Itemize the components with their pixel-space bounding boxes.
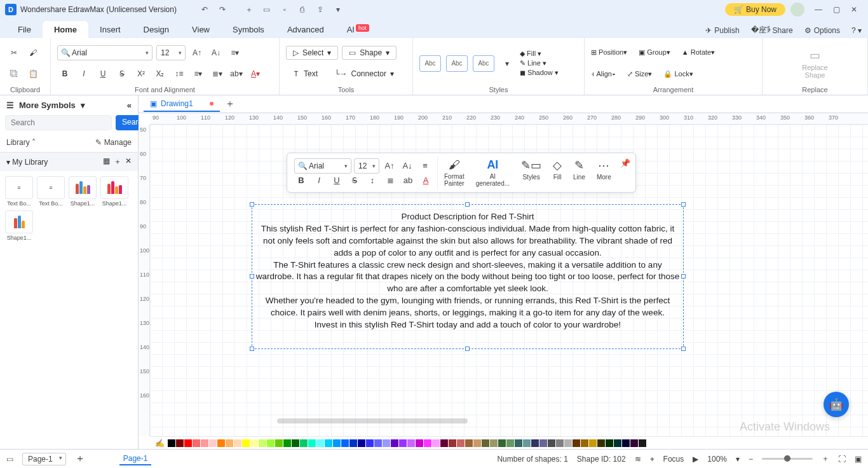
color-swatch[interactable] [292,439,299,447]
color-swatch[interactable] [440,439,448,447]
fit-page-icon[interactable]: ⛶ [838,455,846,464]
color-swatch[interactable] [449,439,456,447]
color-swatch[interactable] [283,439,291,447]
document-tab[interactable]: ▣ Drawing1 [144,97,220,112]
ft-strike-icon[interactable]: S̶ [347,174,362,188]
lock-button[interactable]: 🔒 Lock▾ [663,70,693,78]
more-symbols-label[interactable]: More Symbols [19,100,76,110]
collapse-panel-icon[interactable]: « [127,100,132,110]
ft-italic-icon[interactable]: I [311,174,327,188]
layers-icon[interactable]: ≋ [635,455,641,464]
menu-file[interactable]: File [6,21,43,38]
minimize-icon[interactable]: — [811,3,825,17]
color-swatch[interactable] [358,439,365,447]
font-color-icon[interactable]: A▾ [248,66,263,81]
text-tool[interactable]: Ｔ Text [286,67,324,81]
color-swatch[interactable] [275,439,283,447]
add-tab-button[interactable]: ＋ [225,97,235,111]
play-icon[interactable]: ▶ [693,455,698,464]
color-swatch[interactable] [399,439,407,447]
assistant-bubble[interactable]: 🤖 [824,392,849,417]
my-library-toggle[interactable]: ▾ My Library [6,158,48,167]
color-swatch[interactable] [482,439,489,447]
page-tab[interactable]: Page-1 [119,453,152,465]
rotate-button[interactable]: ▲ Rotate▾ [682,48,715,57]
menu-advanced[interactable]: Advanced [276,21,336,38]
ft-format-painter[interactable]: 🖌Format Painter [439,156,470,189]
format-painter-icon[interactable]: 🖌 [25,45,41,60]
underline-icon[interactable]: U [95,66,111,81]
subscript-icon[interactable]: X₂ [153,66,168,81]
style-preset-2[interactable]: Abc [446,55,468,72]
color-swatch[interactable] [614,439,621,447]
paste-icon[interactable]: 📋 [25,66,41,81]
library-grid-icon[interactable]: ▦ [103,156,110,167]
color-swatch[interactable] [564,439,572,447]
menu-view[interactable]: View [180,21,221,38]
buy-now-button[interactable]: 🛒 Buy Now [725,3,785,16]
library-add-icon[interactable]: ＋ [114,156,121,167]
resize-handle-sw[interactable] [250,347,254,351]
color-swatch[interactable] [473,439,481,447]
color-swatch[interactable] [250,439,258,447]
page-selector[interactable]: Page-1 [22,453,66,465]
color-swatch[interactable] [630,439,638,447]
color-swatch[interactable] [515,439,522,447]
color-swatch[interactable] [325,439,332,447]
replace-shape-button[interactable]: ▭ Replace Shape [797,45,832,83]
export-icon[interactable]: ⇪ [313,3,327,17]
color-swatch[interactable] [548,439,555,447]
zoom-out-icon[interactable]: − [749,455,753,464]
color-swatch[interactable] [589,439,597,447]
undo-icon[interactable]: ↶ [198,3,212,17]
color-swatch[interactable] [639,439,646,447]
style-preset-1[interactable]: Abc [419,55,441,72]
style-more-icon[interactable]: ▾ [499,56,515,71]
new-icon[interactable]: ＋ [242,3,256,17]
zoom-slider[interactable] [762,458,813,460]
color-swatch[interactable] [333,439,341,447]
zoom-value[interactable]: 100% [707,455,727,464]
color-swatch[interactable] [391,439,398,447]
resize-handle-se[interactable] [681,347,686,351]
color-swatch[interactable] [597,439,605,447]
color-swatch[interactable] [308,439,316,447]
color-swatch[interactable] [349,439,357,447]
cut-icon[interactable]: ✂ [6,45,22,60]
color-swatch[interactable] [416,439,423,447]
ft-color-icon[interactable]: A [418,174,433,188]
color-swatch[interactable] [374,439,382,447]
menu-insert[interactable]: Insert [88,21,132,38]
color-swatch[interactable] [217,439,225,447]
color-swatch[interactable] [201,439,208,447]
redo-icon[interactable]: ↷ [215,3,229,17]
share-button[interactable]: �座ೊ Share [751,25,793,36]
color-swatch[interactable] [490,439,498,447]
color-swatch[interactable] [316,439,324,447]
color-swatch[interactable] [498,439,506,447]
menu-symbols[interactable]: Symbols [221,21,276,38]
close-icon[interactable]: ✕ [847,3,861,17]
resize-handle-n[interactable] [465,202,470,207]
menu-home[interactable]: Home [43,21,88,38]
text-shape[interactable]: Product Description for Red T-Shirt This… [252,207,684,335]
thumb-textbox-2[interactable]: ≡Text Bo... [37,176,65,207]
ft-align-icon[interactable]: ≡ [417,159,433,173]
highlight-icon[interactable]: ab▾ [229,66,244,81]
ft-increase-font-icon[interactable]: A↑ [382,159,397,173]
group-button[interactable]: ▣ Group▾ [639,48,670,57]
help-icon[interactable]: ? ▾ [851,26,862,35]
open-icon[interactable]: ▭ [260,3,274,17]
color-swatch[interactable] [432,439,440,447]
increase-font-icon[interactable]: A↑ [189,45,205,60]
publish-button[interactable]: ✈ Publish [705,26,739,35]
thumb-shape-1[interactable]: Shape1... [69,176,97,207]
maximize-icon[interactable]: ▢ [829,3,843,17]
color-swatch[interactable] [531,439,539,447]
focus-label[interactable]: Focus [663,455,684,464]
fullscreen-icon[interactable]: ▣ [855,455,862,464]
ft-line[interactable]: ✎Line [568,156,590,189]
color-swatch[interactable] [341,439,349,447]
resize-handle-nw[interactable] [250,202,254,207]
page-layout-icon[interactable]: ▭ [6,455,13,464]
